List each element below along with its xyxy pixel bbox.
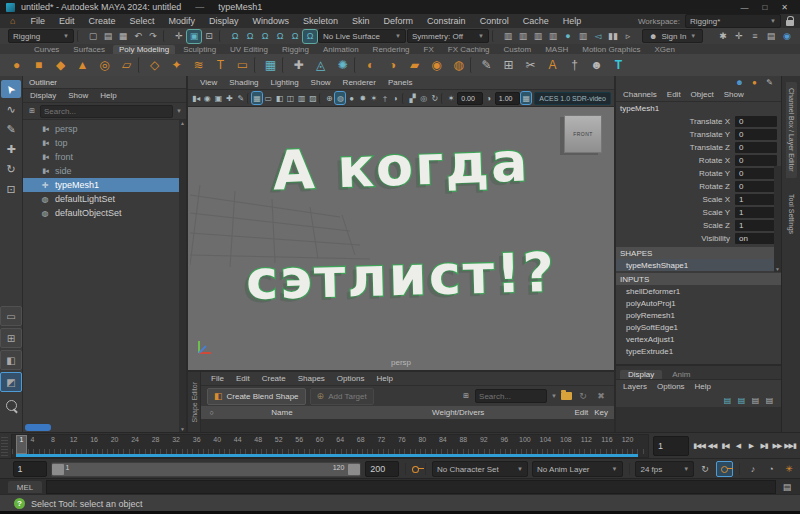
bookmark-icon[interactable]: ▣ (213, 92, 223, 104)
character-set-dropdown[interactable]: No Character Set▼ (432, 461, 528, 477)
minimize-button[interactable]: — (740, 3, 748, 12)
shelf-tab[interactable]: Poly Modeling (113, 45, 175, 54)
shelf-tab[interactable]: Rendering (367, 45, 416, 54)
channel-attribute-row[interactable]: Rotate Z 0 (616, 180, 777, 193)
shape-editor-search-input[interactable] (475, 389, 547, 403)
menu-item[interactable]: Skin (345, 16, 377, 26)
measure-icon[interactable]: ✺ (332, 56, 353, 75)
channel-box-sidebar-tab[interactable]: Channel Box / Layer Editor (786, 82, 797, 178)
folder-icon[interactable] (561, 392, 572, 400)
menu-item[interactable]: Select (122, 16, 161, 26)
channel-attribute-row[interactable]: Translate Z 0 (616, 141, 777, 154)
channel-box-menu-item[interactable]: Show (719, 90, 749, 99)
custom-layout-icon[interactable]: ◩ (0, 372, 22, 392)
drag-handle[interactable] (1, 436, 8, 456)
quad-draw-icon[interactable]: ⊞ (498, 56, 519, 75)
shelf-tab[interactable]: Motion Graphics (576, 45, 646, 54)
menu-item[interactable]: Deform (377, 16, 421, 26)
attribute-value-field[interactable]: 1 (735, 207, 777, 218)
manipulator-person-icon[interactable]: ☻ (734, 77, 745, 88)
layer-editor-menu-item[interactable]: Help (690, 382, 716, 391)
tool-settings-sidebar-tab[interactable]: Tool Settings (786, 188, 797, 240)
channel-attribute-row[interactable]: Translate Y 0 (616, 128, 777, 141)
playblast-icon[interactable]: ▥ (576, 30, 590, 43)
shelf-tab[interactable]: UV Editing (224, 45, 274, 54)
shape-node-item[interactable]: typeMeshShape1 (616, 259, 781, 271)
attribute-value-field[interactable]: 0 (735, 129, 777, 140)
current-frame-render-icon[interactable]: ▥ (516, 30, 530, 43)
layer-editor-menu-item[interactable]: Options (652, 382, 690, 391)
single-pane-layout-icon[interactable]: ▭ (0, 306, 22, 326)
snap-to-projected-center-icon[interactable]: Ω (273, 30, 287, 43)
poly-sphere-icon[interactable]: ● (6, 56, 27, 75)
shape-editor-menu-item[interactable]: Create (256, 374, 292, 383)
platonic-solid-icon[interactable]: ◇ (144, 56, 165, 75)
symmetry-dropdown[interactable]: Symmetry: Off▼ (407, 29, 489, 43)
xgen-icon[interactable]: A (542, 56, 563, 75)
panel-toggle-icon[interactable]: ▤ (764, 30, 778, 43)
sign-in-button[interactable]: ☻ Sign In ▼ (642, 29, 703, 43)
exposure-field[interactable]: 0.00 (457, 92, 482, 105)
viewport-menu-item[interactable]: Shading (223, 78, 264, 87)
viewport-icon[interactable] (441, 93, 445, 104)
shelf-tab[interactable]: FX Caching (442, 45, 496, 54)
viewport-icon[interactable] (402, 93, 406, 104)
channel-attribute-row[interactable]: Translate X 0 (616, 115, 777, 128)
outliner-scrollbar[interactable]: ▲▼ (179, 120, 186, 432)
menu-set-dropdown[interactable]: Rigging▼ (8, 29, 74, 43)
auto-keyframe-toggle[interactable] (716, 461, 733, 477)
viewport-menu-item[interactable]: Show (305, 78, 337, 87)
outliner-item[interactable]: front (23, 150, 186, 164)
column-weight[interactable]: Weight/Drivers (348, 408, 568, 417)
outliner-scroll-thumb[interactable] (25, 424, 51, 431)
fps-dropdown[interactable]: 24 fps▼ (635, 461, 694, 477)
close-button[interactable]: ✕ (781, 3, 788, 12)
layer-editor-tab[interactable]: Display (620, 370, 662, 379)
outliner-search-input[interactable] (40, 105, 173, 118)
range-slider[interactable]: 1 120 (51, 462, 362, 477)
workspace-dropdown[interactable]: Rigging*▼ (685, 14, 781, 28)
boolean-union-icon[interactable]: ◐ (360, 56, 381, 75)
set-key-icon[interactable] (412, 466, 419, 473)
move-tool-icon[interactable]: ✚ (1, 140, 21, 158)
gamma-field[interactable]: 1.00 (495, 92, 520, 105)
chevron-down-icon[interactable]: ▼ (176, 108, 182, 114)
image-plane-icon[interactable]: ✚ (225, 92, 235, 104)
shape-editor-vertical-tab[interactable]: Shape Editor (188, 372, 201, 432)
modeling-toolkit-icon[interactable]: ▦ (260, 56, 281, 75)
four-pane-layout-icon[interactable]: ⊞ (0, 328, 22, 348)
shelf-icon[interactable] (282, 57, 287, 73)
input-node-item[interactable]: typeExtrude1 (616, 345, 781, 357)
create-layer-from-selected-icon[interactable]: ▤ (736, 395, 747, 406)
channel-box-menu-item[interactable]: Edit (662, 90, 686, 99)
poly-torus-icon[interactable]: ◎ (94, 56, 115, 75)
shelf-tab[interactable]: XGen (649, 45, 681, 54)
attribute-value-field[interactable]: on (735, 233, 777, 244)
home-icon[interactable]: ⌂ (10, 16, 15, 26)
construction-plane-icon[interactable]: ✚ (288, 56, 309, 75)
scale-tool-icon[interactable]: ⊡ (1, 180, 21, 198)
edit-pencil-icon[interactable]: ✎ (764, 77, 775, 88)
poly-cone-icon[interactable]: ▲ (72, 56, 93, 75)
ipr-render-icon[interactable]: ▥ (531, 30, 545, 43)
shelf-tab[interactable]: MASH (539, 45, 574, 54)
viewport-icon[interactable] (247, 93, 251, 104)
attribute-value-field[interactable]: 0 (735, 181, 777, 192)
shape-editor-menu-item[interactable]: Shapes (292, 374, 331, 383)
isolate-select-icon[interactable]: ▞ (407, 92, 417, 104)
menu-item[interactable]: Constrain (420, 16, 473, 26)
menu-item[interactable]: Create (81, 16, 122, 26)
camera-attributes-icon[interactable]: ◉ (202, 92, 212, 104)
type-tool-icon[interactable]: T (608, 56, 629, 75)
outliner-menu-item[interactable]: Help (95, 91, 121, 100)
toolbar-icon[interactable] (219, 30, 225, 42)
snap-to-grid-icon[interactable]: Ω (228, 30, 242, 43)
shape-editor-menu-item[interactable]: Options (331, 374, 371, 383)
shelf-tab[interactable]: FX (418, 45, 440, 54)
lock-icon[interactable] (786, 20, 794, 26)
settings-icon[interactable]: ✱ (716, 30, 730, 43)
safe-action-icon[interactable]: ▨ (308, 92, 318, 104)
rotate-tool-icon[interactable]: ↻ (1, 160, 21, 178)
channel-attribute-row[interactable]: Rotate Y 0 (616, 167, 777, 180)
shelf-tab[interactable]: Animation (317, 45, 365, 54)
